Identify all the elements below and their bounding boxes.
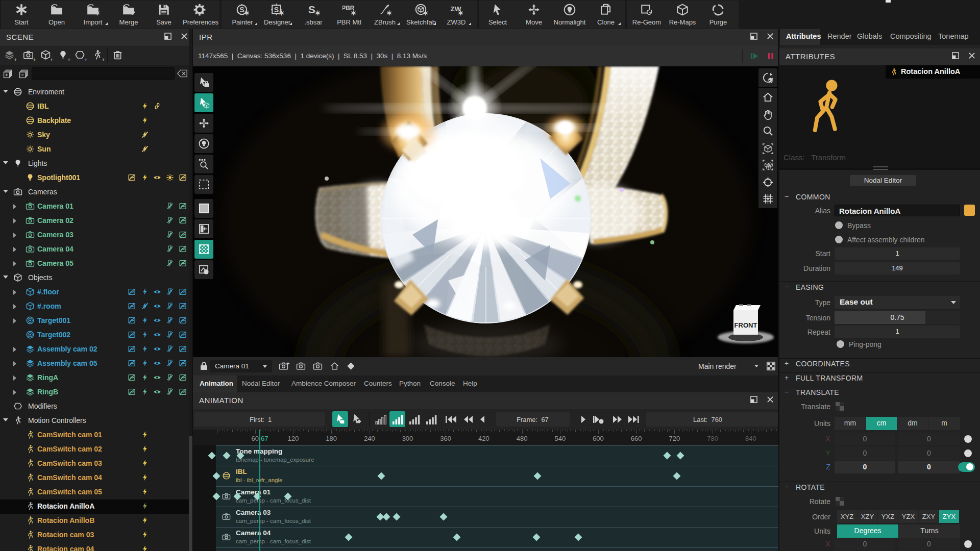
svg-text:ZW: ZW xyxy=(450,5,461,13)
svg-text:S: S xyxy=(308,4,315,15)
svg-text:S: S xyxy=(239,6,244,14)
svg-text:S: S xyxy=(274,6,279,14)
svg-text:PBR: PBR xyxy=(342,5,355,12)
